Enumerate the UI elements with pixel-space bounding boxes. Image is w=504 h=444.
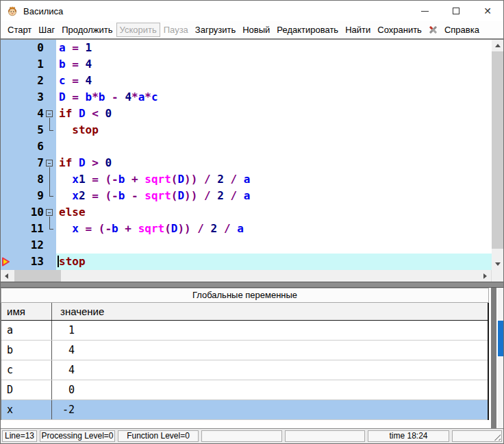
line-gutter: 7	[1, 155, 56, 171]
table-row[interactable]: b4	[1, 341, 488, 360]
scroll-right-button[interactable]	[479, 270, 491, 282]
close-button[interactable]: ✕	[472, 1, 503, 21]
menu-item-загрузить[interactable]: Загрузить	[192, 23, 239, 37]
scroll-down-button[interactable]	[492, 258, 503, 270]
code-text[interactable]: if D > 0	[56, 155, 492, 171]
code-text[interactable]: a = 1	[56, 40, 492, 56]
menu-item-пауза: Пауза	[160, 23, 192, 37]
menu-item-старт[interactable]: Старт	[4, 23, 35, 37]
fold-marker-box[interactable]	[44, 106, 56, 122]
maximize-button[interactable]	[440, 1, 472, 21]
variables-vertical-scrollbar[interactable]	[498, 288, 503, 428]
menu-bar: СтартШагПродолжитьУскоритьПаузаЗагрузить…	[1, 21, 503, 38]
menu-item-новый[interactable]: Новый	[239, 23, 273, 37]
table-row[interactable]: a1	[1, 321, 488, 341]
column-header-name: имя	[1, 303, 52, 320]
marker-cell	[1, 204, 12, 221]
menu-item-продолжить[interactable]: Продолжить	[58, 23, 116, 37]
code-text[interactable]: x = (-b + sqrt(D)) / 2 / a	[56, 221, 492, 237]
vertical-scroll-thumb[interactable]	[492, 51, 503, 249]
variable-value-cell: 4	[52, 360, 488, 380]
scrollbar-corner	[491, 270, 503, 282]
window-title: Василиса	[23, 6, 63, 16]
table-row[interactable]: D0	[1, 380, 488, 400]
fold-marker-end	[44, 221, 56, 237]
code-text[interactable]: x2 = (-b - sqrt(D)) / 2 / a	[56, 188, 492, 204]
code-line[interactable]: 4if D < 0	[1, 106, 492, 122]
variables-panel-divider[interactable]	[491, 288, 496, 428]
editor-vertical-scrollbar[interactable]	[492, 40, 503, 270]
variable-name-cell: b	[1, 341, 52, 360]
marker-cell	[1, 106, 12, 122]
tools-icon	[427, 25, 439, 35]
line-number: 12	[12, 237, 44, 254]
down-arrow-icon	[495, 262, 501, 266]
editor-horizontal-scrollbar[interactable]	[1, 270, 491, 282]
minimize-button[interactable]	[409, 1, 440, 21]
status-panel-2: Processing Level=0	[40, 430, 115, 442]
scroll-left-button[interactable]	[1, 270, 12, 282]
marker-cell	[1, 188, 12, 204]
horizontal-scroll-thumb[interactable]	[14, 270, 61, 282]
marker-cell	[1, 122, 12, 138]
code-area[interactable]: 0a = 11b = 42c = 43D = b*b - 4*a*c4if D …	[1, 40, 492, 270]
code-text[interactable]: else	[56, 204, 492, 221]
menu-item-шаг[interactable]: Шаг	[35, 23, 58, 37]
fold-marker-line	[44, 171, 56, 188]
code-line[interactable]: 10else	[1, 204, 492, 221]
code-text[interactable]: b = 4	[56, 56, 492, 73]
variable-name-cell: D	[1, 380, 52, 399]
line-gutter: 9	[1, 188, 56, 204]
code-line[interactable]: 6	[1, 138, 492, 155]
menu-item-сохранить[interactable]: Сохранить	[374, 23, 425, 37]
code-line[interactable]: 2c = 4	[1, 73, 492, 89]
line-gutter: 12	[1, 237, 56, 254]
code-line[interactable]: 3D = b*b - 4*a*c	[1, 89, 492, 106]
code-text[interactable]: stop	[56, 122, 492, 138]
fold-cell	[44, 73, 56, 89]
variables-scroll-thumb[interactable]	[498, 321, 503, 356]
code-line[interactable]: 11 x = (-b + sqrt(D)) / 2 / a	[1, 221, 492, 237]
menu-item-справка[interactable]: Справка	[441, 23, 483, 37]
line-gutter: 13	[1, 254, 56, 270]
code-line[interactable]: 5 stop	[1, 122, 492, 138]
code-line[interactable]: 0a = 1	[1, 40, 492, 56]
code-text[interactable]	[56, 138, 492, 155]
variable-value: 1	[52, 321, 75, 340]
code-line[interactable]: 13stop	[1, 254, 492, 270]
code-text[interactable]: if D < 0	[56, 106, 492, 122]
line-gutter: 3	[1, 89, 56, 106]
code-text[interactable]: x1 = (-b + sqrt(D)) / 2 / a	[56, 171, 492, 188]
maximize-icon	[453, 8, 459, 14]
fold-cell	[44, 254, 56, 270]
fold-cell	[44, 138, 56, 155]
status-panel-6: time 18:24	[368, 430, 449, 442]
code-text[interactable]	[56, 237, 492, 254]
code-line[interactable]: 1b = 4	[1, 56, 492, 73]
line-number: 8	[12, 171, 44, 188]
line-number: 0	[12, 40, 44, 56]
variable-value: 4	[52, 341, 75, 360]
code-text[interactable]: D = b*b - 4*a*c	[56, 89, 492, 106]
code-line[interactable]: 12	[1, 237, 492, 254]
menu-item-найти[interactable]: Найти	[342, 23, 374, 37]
line-gutter: 2	[1, 73, 56, 89]
fold-marker-box[interactable]	[44, 155, 56, 171]
code-text[interactable]: c = 4	[56, 73, 492, 89]
up-arrow-icon	[495, 44, 501, 47]
code-line[interactable]: 8 x1 = (-b + sqrt(D)) / 2 / a	[1, 171, 492, 188]
line-number: 7	[12, 155, 44, 171]
code-line[interactable]: 9 x2 = (-b - sqrt(D)) / 2 / a	[1, 188, 492, 204]
panel-splitter[interactable]	[1, 282, 503, 288]
table-row[interactable]: c4	[1, 360, 488, 380]
fold-marker-box[interactable]	[44, 204, 56, 221]
title-bar: Василиса ✕	[1, 1, 503, 21]
code-editor[interactable]: 0a = 11b = 42c = 43D = b*b - 4*a*c4if D …	[1, 38, 503, 270]
menu-item-редактировать[interactable]: Редактировать	[273, 23, 342, 37]
code-line[interactable]: 7if D > 0	[1, 155, 492, 171]
scroll-up-button[interactable]	[492, 40, 503, 51]
code-text[interactable]: stop	[56, 254, 492, 270]
table-row[interactable]: x-2	[1, 400, 488, 420]
variable-value: 0	[52, 380, 75, 399]
variable-value: 4	[52, 360, 75, 380]
